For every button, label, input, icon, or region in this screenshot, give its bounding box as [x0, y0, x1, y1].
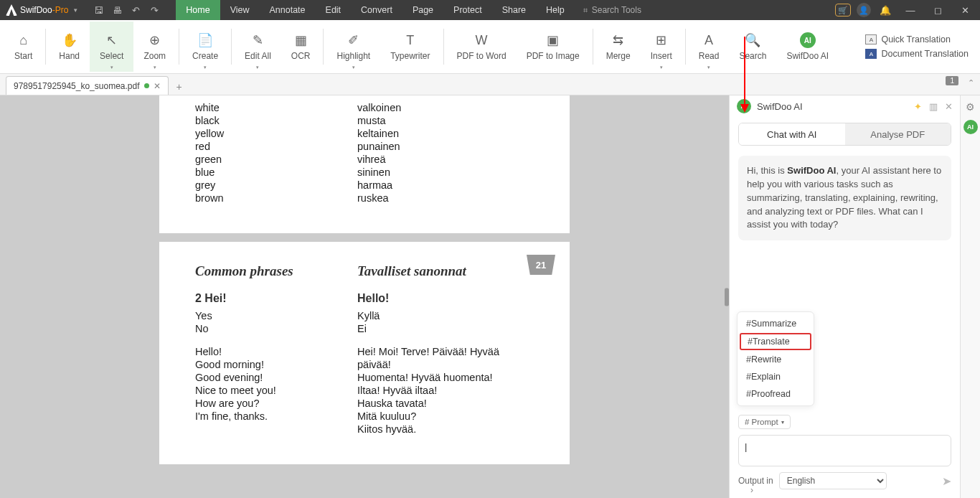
prompt-translate[interactable]: #Translate: [740, 333, 811, 350]
brand-b: -Pro: [52, 5, 69, 15]
menu-convert[interactable]: Convert: [351, 0, 402, 20]
bell-icon[interactable]: 🔔: [877, 1, 894, 19]
cart-icon[interactable]: 🛒: [835, 4, 851, 17]
new-tab-button[interactable]: +: [171, 79, 187, 95]
editall-button[interactable]: ✎Edit All▾: [235, 22, 281, 72]
menu-view[interactable]: View: [220, 0, 260, 20]
read-icon: A: [701, 32, 717, 48]
zoom-icon: ⊕: [147, 32, 163, 48]
prompt-menu: #Summarize #Translate #Rewrite #Explain …: [737, 311, 814, 406]
text: Iltaa! Hyvää iltaa!: [357, 384, 534, 397]
chevron-down-icon: ▾: [110, 65, 113, 70]
send-icon[interactable]: ➤: [942, 474, 951, 488]
search-tools[interactable]: ⌗ Search Tools: [583, 5, 641, 15]
pdf-page: 21 Common phrases Tavalliset sanonnat 2 …: [159, 242, 570, 464]
main-area: white black yellow red green blue grey b…: [0, 95, 980, 498]
word-icon: W: [473, 32, 489, 48]
text: Nice to meet you!: [195, 384, 357, 397]
merge-button[interactable]: ⇆Merge: [596, 22, 641, 72]
titlebar: SwifDoo-Pro ▼ 🖫 🖶 ↶ ↷ Home View Annotate…: [0, 0, 980, 20]
home-icon: ⌂: [16, 32, 32, 48]
cursor-icon: ↖: [104, 32, 120, 48]
quick-translation-button[interactable]: AQuick Translation: [865, 34, 969, 44]
menu-edit[interactable]: Edit: [316, 0, 352, 20]
text: Mitä kuuluu?: [357, 410, 534, 423]
chevron-down-icon: ▾: [707, 65, 710, 70]
redo-icon[interactable]: ↷: [147, 3, 161, 17]
collapse-ribbon-icon[interactable]: ⌃: [968, 78, 974, 88]
expand-arrow-icon[interactable]: ›: [750, 485, 753, 495]
chevron-down-icon: ▾: [256, 65, 259, 70]
user-icon[interactable]: 👤: [857, 3, 871, 17]
text: Good evening!: [195, 371, 357, 384]
undo-icon[interactable]: ↶: [128, 3, 143, 17]
menu-protect[interactable]: Protect: [443, 0, 492, 20]
ai-badge-icon[interactable]: AI: [963, 120, 978, 134]
highlight-icon: ✐: [346, 32, 362, 48]
document-tab[interactable]: 9789517925945_ko_suomea.pdf ✕: [6, 76, 169, 95]
menu-share[interactable]: Share: [492, 0, 536, 20]
prompt-proofread[interactable]: #Proofread: [738, 385, 814, 403]
text: punainen: [357, 140, 534, 153]
pdf-to-word-button[interactable]: WPDF to Word: [447, 22, 517, 72]
text: ruskea: [357, 192, 534, 205]
text: Ei: [357, 322, 534, 335]
main-menu: Home View Annotate Edit Convert Page Pro…: [176, 0, 574, 20]
search-button[interactable]: 🔍Search: [729, 22, 776, 72]
text: Huomenta! Hyvää huomenta!: [357, 371, 534, 384]
maximize-icon[interactable]: ◻: [927, 1, 948, 19]
menu-home[interactable]: Home: [176, 0, 220, 20]
pdf-to-image-button[interactable]: ▣PDF to Image: [517, 22, 590, 72]
ai-close-icon[interactable]: ✕: [945, 101, 953, 112]
translate-icon: A: [865, 34, 877, 44]
tab-analyse-pdf[interactable]: Analyse PDF: [845, 123, 951, 145]
swifdoo-ai-button[interactable]: AISwifDoo AI: [776, 22, 839, 72]
logo-icon: [6, 4, 17, 16]
chevron-down-icon: ▾: [660, 65, 663, 70]
document-viewport[interactable]: white black yellow red green blue grey b…: [0, 95, 729, 498]
history-icon[interactable]: ▥: [929, 101, 938, 112]
menu-help[interactable]: Help: [536, 0, 575, 20]
ai-input[interactable]: |: [738, 435, 951, 466]
text: white: [195, 101, 357, 114]
close-icon[interactable]: ✕: [954, 1, 976, 19]
text: Good morning!: [195, 358, 357, 371]
zoom-button[interactable]: ⊕Zoom▾: [133, 22, 176, 72]
output-language-select[interactable]: English: [779, 472, 887, 489]
select-button[interactable]: ↖Select▾: [90, 22, 133, 72]
sparkle-icon[interactable]: ✦: [914, 101, 922, 112]
subheading: 2 Hei!: [195, 292, 357, 305]
create-icon: 📄: [197, 32, 213, 48]
settings-icon[interactable]: ⚙: [966, 101, 975, 113]
prompt-explain[interactable]: #Explain: [738, 368, 814, 385]
text: blue: [195, 166, 357, 179]
menu-page[interactable]: Page: [402, 0, 443, 20]
ai-greeting: Hi, this is SwifDoo AI, your AI assistan…: [738, 156, 951, 240]
highlight-button[interactable]: ✐Highlight▾: [326, 22, 380, 72]
document-translation-button[interactable]: ADocument Translation: [865, 49, 969, 59]
menu-annotate[interactable]: Annotate: [260, 0, 316, 20]
create-button[interactable]: 📄Create▾: [182, 22, 228, 72]
ai-avatar-icon: AI: [737, 99, 751, 113]
minimize-icon[interactable]: —: [900, 1, 921, 19]
ai-header: AI SwifDoo AI ✦ ▥ ✕: [730, 95, 960, 117]
tab-chat-with-ai[interactable]: Chat with AI: [739, 123, 845, 145]
hand-button[interactable]: ✋Hand: [49, 22, 90, 72]
app-dropdown-icon[interactable]: ▼: [72, 7, 78, 14]
prompt-summarize[interactable]: #Summarize: [738, 315, 814, 332]
save-icon[interactable]: 🖫: [91, 3, 105, 17]
read-button[interactable]: ARead▾: [689, 22, 730, 72]
typewriter-button[interactable]: TTypewriter: [380, 22, 440, 72]
chevron-down-icon: ▾: [154, 65, 156, 70]
insert-button[interactable]: ⊞Insert▾: [641, 22, 682, 72]
ribbon: ⌂Start ✋Hand ↖Select▾ ⊕Zoom▾ 📄Create▾ ✎E…: [0, 20, 980, 74]
heading: Common phrases: [195, 263, 357, 279]
tab-close-icon[interactable]: ✕: [154, 81, 161, 91]
prompt-dropdown[interactable]: # Prompt ▾: [738, 415, 791, 429]
search-grid-icon: ⌗: [583, 6, 588, 15]
start-button[interactable]: ⌂Start: [4, 22, 42, 72]
text: Kyllä: [357, 309, 534, 322]
prompt-rewrite[interactable]: #Rewrite: [738, 351, 814, 368]
ocr-button[interactable]: ▦OCR: [281, 22, 321, 72]
print-icon[interactable]: 🖶: [110, 3, 124, 17]
